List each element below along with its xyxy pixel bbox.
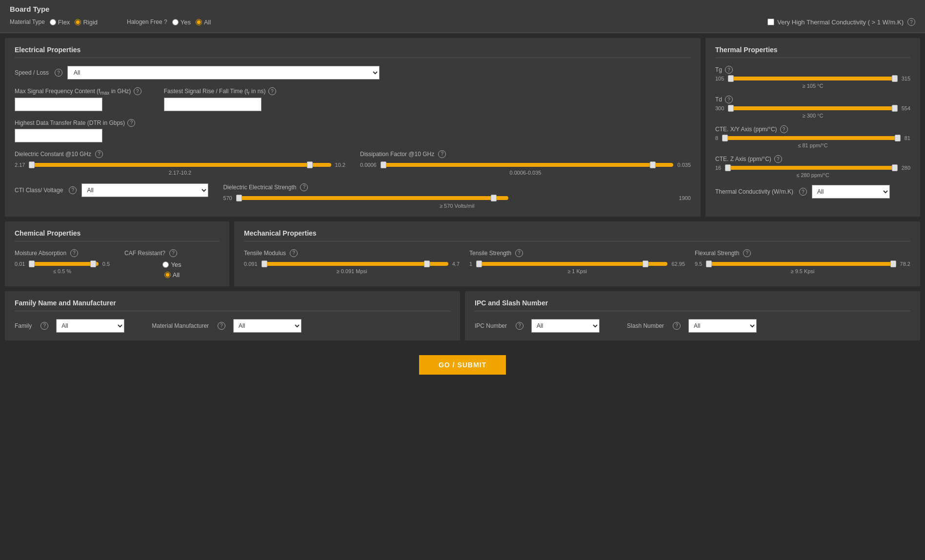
cti-class-help[interactable]: ?: [69, 186, 77, 194]
dielectric-range-label: 2.17-10.2: [15, 170, 345, 176]
halogen-free-label: Halogen Free ?: [127, 19, 167, 25]
max-signal-freq-help[interactable]: ?: [134, 87, 141, 95]
td-thumb-left[interactable]: [728, 105, 734, 112]
tg-thumb-right[interactable]: [892, 75, 898, 82]
caf-yes-label: Yes: [171, 261, 181, 268]
des-thumb-right[interactable]: [491, 195, 497, 201]
material-type-label: Material Type: [10, 19, 45, 25]
cte-z-thumb-left[interactable]: [725, 164, 731, 171]
flexural-strength-help[interactable]: ?: [743, 249, 751, 257]
dielectric-thumb-left[interactable]: [29, 161, 35, 168]
moisture-help[interactable]: ?: [70, 249, 78, 257]
moisture-thumb-right[interactable]: [90, 260, 96, 267]
cte-xy-label: CTE. X/Y Axis (ppm/°C): [715, 126, 777, 133]
ipc-number-label: IPC Number: [475, 322, 507, 329]
slash-number-help[interactable]: ?: [673, 322, 681, 330]
caf-all-radio[interactable]: All: [164, 271, 180, 279]
fastest-signal-label: Fastest Signal Rise / Fall Time (tr in n…: [164, 87, 276, 96]
mechanical-properties-section: Mechanical Properties Tensile Modulus ? …: [234, 221, 920, 286]
material-manufacturer-help[interactable]: ?: [218, 322, 225, 330]
fs-thumb-left[interactable]: [706, 260, 712, 267]
highest-data-help[interactable]: ?: [127, 119, 135, 127]
ipc-number-help[interactable]: ?: [516, 322, 523, 330]
moisture-min: 0.01: [15, 261, 25, 267]
highest-data-input[interactable]: [15, 129, 102, 142]
td-thumb-right[interactable]: [892, 105, 898, 112]
ts-min: 1: [469, 261, 472, 267]
moisture-center: ≤ 0.5 %: [15, 268, 110, 274]
flex-radio-input[interactable]: [50, 19, 56, 25]
moisture-thumb-left[interactable]: [29, 260, 35, 267]
ipc-number-select[interactable]: All: [531, 319, 600, 333]
thermal-title: Thermal Properties: [715, 46, 910, 58]
cte-z-thumb-right[interactable]: [892, 164, 898, 171]
tg-thumb-left[interactable]: [728, 75, 734, 82]
material-manufacturer-select[interactable]: All: [233, 319, 302, 333]
electrical-title: Electrical Properties: [15, 46, 691, 58]
des-thumb-left[interactable]: [236, 195, 242, 201]
dielectric-thumb-right[interactable]: [307, 161, 313, 168]
thermal-cond-select[interactable]: All: [812, 185, 890, 199]
speed-loss-select[interactable]: All Low Loss Very Low Loss Ultra Low Los…: [67, 66, 380, 80]
tensile-strength-help[interactable]: ?: [515, 249, 523, 257]
chemical-title: Chemical Properties: [15, 229, 220, 241]
cte-xy-min: 8: [715, 135, 718, 141]
cte-xy-thumb-right[interactable]: [895, 135, 901, 141]
thermal-conductivity-help-icon[interactable]: ?: [907, 18, 915, 26]
fastest-signal-help[interactable]: ?: [268, 87, 276, 95]
rigid-radio[interactable]: Rigid: [75, 19, 98, 26]
halogen-all-input[interactable]: [196, 19, 202, 25]
fs-thumb-right[interactable]: [890, 260, 896, 267]
cte-xy-thumb-left[interactable]: [722, 135, 728, 141]
material-manufacturer-label: Material Manufacturer: [152, 322, 209, 329]
dissipation-factor-help[interactable]: ?: [438, 150, 446, 158]
dielectric-min-val: 2.17: [15, 162, 25, 168]
tg-help[interactable]: ?: [725, 66, 733, 74]
dissipation-thumb-right[interactable]: [650, 161, 656, 168]
caf-all-input[interactable]: [164, 272, 171, 278]
caf-help[interactable]: ?: [169, 249, 177, 257]
tensile-modulus-help[interactable]: ?: [290, 249, 298, 257]
speed-loss-help[interactable]: ?: [55, 69, 62, 77]
rigid-radio-input[interactable]: [75, 19, 81, 25]
ts-thumb-left[interactable]: [476, 260, 482, 267]
ts-thumb-right[interactable]: [643, 260, 648, 267]
halogen-yes-radio[interactable]: Yes: [172, 19, 191, 26]
thermal-cond-select-help[interactable]: ?: [799, 188, 807, 196]
thermal-conductivity-checkbox[interactable]: [767, 19, 774, 25]
tm-thumb-right[interactable]: [424, 260, 430, 267]
cte-z-help[interactable]: ?: [774, 155, 782, 163]
cte-xy-max: 81: [905, 135, 910, 141]
cti-class-label: CTI Class/ Voltage: [15, 187, 63, 194]
flex-radio[interactable]: Flex: [50, 19, 70, 26]
fastest-signal-input[interactable]: [164, 98, 261, 111]
td-center: ≥ 300 °C: [715, 113, 910, 119]
des-max-val: 1900: [679, 195, 691, 201]
tm-max: 4.7: [452, 261, 460, 267]
flex-label: Flex: [58, 19, 70, 26]
dissipation-min-val: 0.0006: [360, 162, 377, 168]
td-help[interactable]: ?: [725, 96, 733, 103]
dielectric-strength-help[interactable]: ?: [300, 183, 308, 191]
dissipation-factor-label: Dissipation Factor @10 GHz: [360, 151, 434, 158]
thermal-conductivity-checkbox-item[interactable]: Very High Thermal Conductivity ( > 1 W/m…: [767, 18, 915, 26]
max-signal-freq-input[interactable]: [15, 98, 102, 111]
caf-yes-radio[interactable]: Yes: [162, 261, 181, 268]
halogen-all-radio[interactable]: All: [196, 19, 211, 26]
family-select[interactable]: All: [56, 319, 124, 333]
dissipation-thumb-left[interactable]: [381, 161, 386, 168]
tm-center: ≥ 0.091 Mpsi: [244, 268, 460, 274]
submit-row: GO / SUBMIT: [0, 345, 925, 384]
thermal-conductivity-label: Very High Thermal Conductivity ( > 1 W/m…: [777, 19, 904, 26]
cte-xy-help[interactable]: ?: [780, 125, 788, 133]
speed-loss-label: Speed / Loss: [15, 69, 49, 76]
family-help[interactable]: ?: [40, 322, 48, 330]
submit-button[interactable]: GO / SUBMIT: [419, 355, 506, 375]
halogen-yes-input[interactable]: [172, 19, 179, 25]
caf-yes-input[interactable]: [162, 261, 169, 268]
ts-max: 62.95: [671, 261, 685, 267]
cti-class-select[interactable]: All Class I Class II Class III: [81, 183, 208, 197]
slash-number-select[interactable]: All: [688, 319, 757, 333]
dielectric-constant-help[interactable]: ?: [95, 150, 103, 158]
tm-thumb-left[interactable]: [261, 260, 267, 267]
